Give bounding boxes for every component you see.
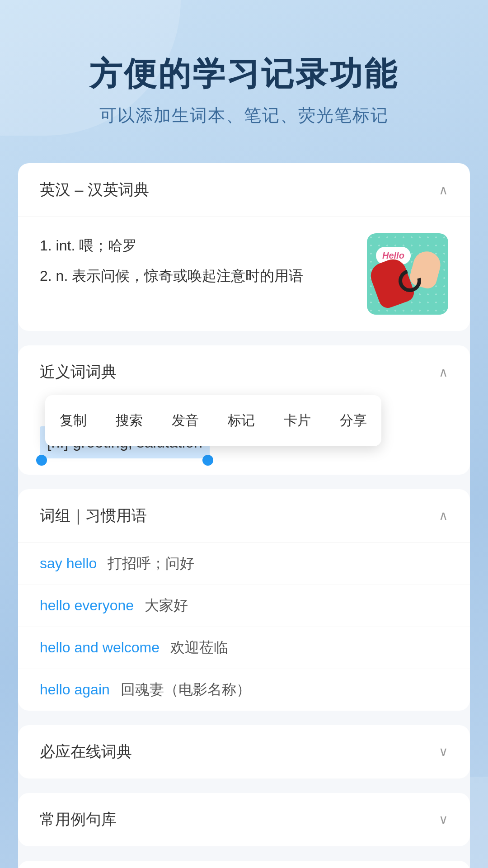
collapsed-section-1-chevron-down-icon: ∨ (439, 812, 448, 827)
page-subtitle: 可以添加生词本、笔记、荧光笔标记 (36, 104, 452, 127)
en-cn-dict-header[interactable]: 英汉 – 汉英词典 ∧ (18, 163, 470, 217)
en-cn-dict-title: 英汉 – 汉英词典 (40, 179, 149, 200)
synonym-dict-header[interactable]: 近义词词典 ∧ (18, 345, 470, 399)
collapsed-section-0-title: 必应在线词典 (40, 741, 132, 762)
phrases-section-header[interactable]: 词组｜习惯用语 ∧ (18, 489, 470, 543)
collapsed-section-1: 常用例句库 ∨ (18, 793, 470, 846)
phrase-item-0[interactable]: say hello 打招呼；问好 (18, 543, 470, 585)
phrases-chevron-up-icon: ∧ (439, 508, 448, 523)
synonym-dict-section: 近义词词典 ∧ 复制 搜索 发音 标记 卡片 分享 [n.] greeting,… (18, 345, 470, 474)
en-cn-dict-section: 英汉 – 汉英词典 ∧ 1. int. 喂；哈罗 2. n. 表示问候，惊奇或唤… (18, 163, 470, 331)
synonym-dict-chevron-up-icon: ∧ (439, 365, 448, 380)
phrase-item-3[interactable]: hello again 回魂妻（电影名称） (18, 669, 470, 711)
collapsed-section-0: 必应在线词典 ∨ (18, 725, 470, 778)
page-container: 方便的学习记录功能 可以添加生词本、笔记、荧光笔标记 英汉 – 汉英词典 ∧ 1… (0, 0, 488, 868)
collapsed-section-0-header[interactable]: 必应在线词典 ∨ (18, 725, 470, 778)
context-menu-share[interactable]: 分享 (325, 404, 381, 437)
gap-2 (18, 482, 470, 489)
context-menu-copy[interactable]: 复制 (45, 404, 101, 437)
collapsed-section-1-header[interactable]: 常用例句库 ∨ (18, 793, 470, 846)
context-menu-search[interactable]: 搜索 (101, 404, 157, 437)
main-card: 英汉 – 汉英词典 ∧ 1. int. 喂；哈罗 2. n. 表示问候，惊奇或唤… (18, 163, 470, 868)
selection-handle-left-icon (36, 455, 47, 466)
gap-4 (18, 786, 470, 793)
phrases-section-title: 词组｜习惯用语 (40, 505, 147, 526)
phrase-english-1: hello everyone (40, 597, 134, 614)
phrase-chinese-0: 打招呼；问好 (108, 554, 194, 574)
en-cn-dict-content: 1. int. 喂；哈罗 2. n. 表示问候，惊奇或唤起注意时的用语 Hell… (18, 217, 470, 331)
plus-section: 听力原声例句 + (18, 861, 470, 868)
gap-3 (18, 718, 470, 725)
dict-def-2: 2. n. 表示问候，惊奇或唤起注意时的用语 (40, 264, 353, 288)
context-menu-pronounce[interactable]: 发音 (157, 404, 213, 437)
plus-section-header[interactable]: 听力原声例句 + (18, 861, 470, 868)
phrase-item-2[interactable]: hello and welcome 欢迎莅临 (18, 627, 470, 669)
phrase-chinese-2: 欢迎莅临 (170, 638, 228, 658)
context-menu-card[interactable]: 卡片 (269, 404, 325, 437)
phrase-english-3: hello again (40, 681, 110, 698)
phrase-english-2: hello and welcome (40, 639, 160, 656)
phrase-chinese-3: 回魂妻（电影名称） (121, 680, 251, 700)
collapsed-section-0-chevron-down-icon: ∨ (439, 744, 448, 759)
phrase-english-0: say hello (40, 555, 97, 572)
dict-def-1: 1. int. 喂；哈罗 (40, 233, 353, 258)
en-cn-dict-chevron-up-icon: ∧ (439, 183, 448, 198)
synonym-dict-title: 近义词词典 (40, 362, 117, 382)
phrase-item-1[interactable]: hello everyone 大家好 (18, 585, 470, 627)
gap-1 (18, 338, 470, 345)
collapsed-section-1-title: 常用例句库 (40, 809, 117, 830)
context-menu: 复制 搜索 发音 标记 卡片 分享 (45, 395, 381, 446)
dict-definitions: 1. int. 喂；哈罗 2. n. 表示问候，惊奇或唤起注意时的用语 (40, 233, 353, 293)
selection-handle-right-icon (202, 455, 213, 466)
phrase-chinese-1: 大家好 (145, 596, 188, 616)
dict-image: Hello (367, 233, 448, 315)
page-title: 方便的学习记录功能 (36, 54, 452, 93)
header-section: 方便的学习记录功能 可以添加生词本、笔记、荧光笔标记 (0, 0, 488, 154)
context-menu-mark[interactable]: 标记 (213, 404, 269, 437)
gap-5 (18, 854, 470, 861)
phrases-section: 词组｜习惯用语 ∧ say hello 打招呼；问好 hello everyon… (18, 489, 470, 711)
